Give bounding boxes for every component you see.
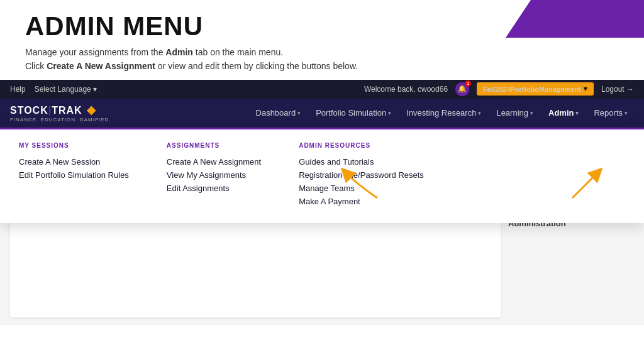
dropdown-col-assignments: ASSIGNMENTS Create A New Assignment View… bbox=[167, 142, 261, 208]
logo-area: STOCK|TRAK ◆ FINANCE. EDUCATION. GAMIFIE… bbox=[10, 103, 111, 123]
dropdown-col-resources-list: Guides and Tutorials Registration File/P… bbox=[299, 155, 424, 208]
nav-dashboard[interactable]: Dashboard ▾ bbox=[250, 104, 308, 121]
dropdown-guides[interactable]: Guides and Tutorials bbox=[299, 155, 424, 168]
dropdown-col-assignments-list: Create A New Assignment View My Assignme… bbox=[167, 155, 261, 195]
main-nav: STOCK|TRAK ◆ FINANCE. EDUCATION. GAMIFIE… bbox=[0, 99, 644, 128]
dropdown-col-resources-heading: ADMIN RESOURCES bbox=[299, 142, 424, 149]
nav-investing-research[interactable]: Investing Research ▾ bbox=[400, 104, 487, 121]
utility-bar-left: Help Select Language ▾ bbox=[10, 85, 97, 94]
page-description: Manage your assignments from the Admin t… bbox=[25, 45, 619, 74]
utility-bar-right: Welcome back, cwood66 🔔 1 Fall2024Portfo… bbox=[364, 82, 634, 96]
logout-button[interactable]: Logout → bbox=[601, 85, 634, 94]
nav-portfolio-simulation[interactable]: Portfolio Simulation ▾ bbox=[309, 104, 397, 121]
dropdown-col-sessions-heading: MY SESSIONS bbox=[19, 142, 129, 149]
nav-admin[interactable]: Admin ▾ bbox=[542, 104, 585, 121]
dropdown-payment[interactable]: Make A Payment bbox=[299, 195, 424, 208]
notification-bell[interactable]: 🔔 1 bbox=[455, 82, 469, 96]
logo-text: STOCK|TRAK ◆ bbox=[10, 105, 96, 116]
dropdown-edit-rules[interactable]: Edit Portfolio Simulation Rules bbox=[19, 168, 129, 182]
dropdown-col-sessions: MY SESSIONS Create A New Session Edit Po… bbox=[19, 142, 129, 208]
nav-reports[interactable]: Reports ▾ bbox=[587, 104, 634, 121]
dropdown-view-assignments[interactable]: View My Assignments bbox=[167, 168, 261, 182]
dropdown-create-assignment[interactable]: Create A New Assignment bbox=[167, 155, 261, 168]
dropdown-edit-assignments[interactable]: Edit Assignments bbox=[167, 182, 261, 195]
dropdown-col-resources: ADMIN RESOURCES Guides and Tutorials Reg… bbox=[299, 142, 424, 208]
logo: STOCK|TRAK ◆ FINANCE. EDUCATION. GAMIFIE… bbox=[10, 103, 111, 123]
help-link[interactable]: Help bbox=[10, 85, 26, 94]
dropdown-create-session[interactable]: Create A New Session bbox=[19, 155, 129, 168]
dropdown-col-assignments-heading: ASSIGNMENTS bbox=[167, 142, 261, 149]
nav-links: Dashboard ▾ Portfolio Simulation ▾ Inves… bbox=[250, 104, 634, 121]
welcome-text: Welcome back, cwood66 bbox=[364, 85, 448, 94]
notification-badge: 1 bbox=[465, 80, 471, 87]
dropdown-col-sessions-list: Create A New Session Edit Portfolio Simu… bbox=[19, 155, 129, 182]
dropdown-registration[interactable]: Registration File/Password Resets bbox=[299, 168, 424, 182]
course-selector[interactable]: Fall2024PortfolioManagement ▾ bbox=[477, 82, 594, 96]
utility-bar: Help Select Language ▾ Welcome back, cwo… bbox=[0, 80, 644, 99]
admin-dropdown: MY SESSIONS Create A New Session Edit Po… bbox=[0, 128, 644, 223]
language-selector[interactable]: Select Language ▾ bbox=[35, 85, 97, 94]
dropdown-manage-teams[interactable]: Manage Teams bbox=[299, 182, 424, 195]
nav-learning[interactable]: Learning ▾ bbox=[490, 104, 540, 121]
logo-tagline: FINANCE. EDUCATION. GAMIFIED. bbox=[10, 117, 111, 123]
